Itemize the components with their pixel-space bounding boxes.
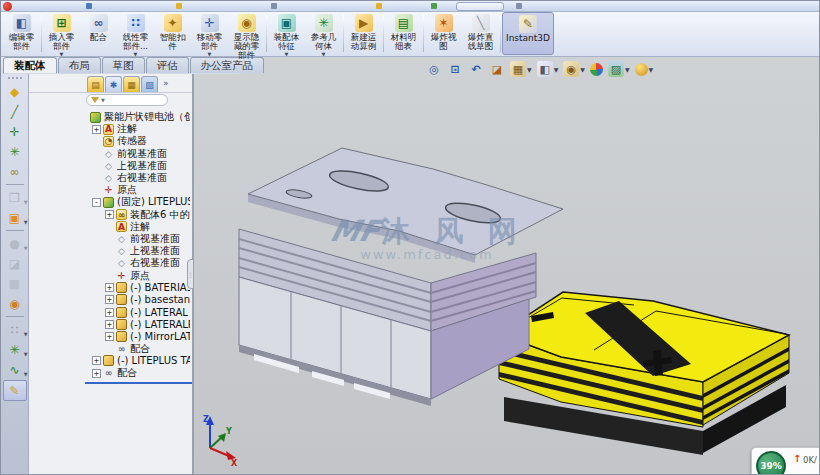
tree-item[interactable]: +(-) LATERALPOSITIVO_Pr <box>29 318 190 330</box>
tab-草图[interactable]: 草图 <box>102 57 145 73</box>
titlebar-icon[interactable] <box>431 3 437 9</box>
mate-button[interactable]: ∞配合 <box>80 12 117 55</box>
tree-expander[interactable]: + <box>92 125 101 134</box>
box-button[interactable]: ■ <box>4 274 26 293</box>
tree-expander[interactable]: + <box>105 210 114 219</box>
propertymanager-tab[interactable]: ✱ <box>105 76 122 92</box>
tree-item[interactable]: +(-) BATERIA3 AGARRADER <box>29 282 190 294</box>
tree-expander[interactable]: + <box>105 308 114 317</box>
edit-appearance-icon[interactable] <box>590 63 603 76</box>
hide-show-items-icon[interactable]: ◉ <box>563 61 579 77</box>
configurationmanager-tab[interactable]: ▦ <box>123 76 140 92</box>
view-settings-icon[interactable] <box>635 63 648 76</box>
tree-item[interactable]: ✛原点 <box>29 269 190 281</box>
toolbar-grip[interactable] <box>8 77 22 79</box>
tree-item[interactable]: ◇右视基准面 <box>29 172 190 184</box>
tree-item[interactable]: ◇前视基准面 <box>29 233 190 245</box>
tree-item[interactable]: +∞配合 <box>29 367 190 379</box>
tree-item[interactable]: +(-) basestandard_Prede <box>29 294 190 306</box>
tree-item[interactable]: +(-) LATERAL DERECHO_Pr <box>29 306 190 318</box>
exploded-view-button[interactable]: ✶爆炸视 图 <box>425 12 462 55</box>
explode-line-sketch-button[interactable]: ╲爆炸直 线草图 <box>462 12 499 55</box>
apply-scene-icon[interactable]: ▨ <box>608 61 624 77</box>
linear-component-pattern-button[interactable]: ∷线性零 部件...▼ <box>117 12 154 55</box>
titlebar-icon[interactable] <box>516 3 522 9</box>
instant3d-button[interactable]: ✎Instant3D <box>502 12 554 55</box>
tab-评估[interactable]: 评估 <box>146 57 189 73</box>
instant3d-button[interactable]: ✎ <box>3 380 27 401</box>
tree-item[interactable]: A注解 <box>29 221 190 233</box>
reference-star-button[interactable]: ✳ <box>4 142 26 161</box>
tree-expander[interactable]: + <box>92 356 101 365</box>
tree-item[interactable]: ◇前视基准面 <box>29 148 190 160</box>
tab-装配体[interactable]: 装配体 <box>3 57 57 73</box>
tree-expander[interactable]: + <box>105 283 114 292</box>
push-boss-button[interactable]: ◪ <box>4 254 26 273</box>
model-yellow-battery[interactable] <box>499 292 789 455</box>
titlebar-icon[interactable] <box>176 3 182 9</box>
graphics-viewport[interactable]: ◎⊡↶◪▦▼◧▼◉▼▨▼▼ <box>194 57 819 474</box>
move-component-button[interactable]: ✛移动零 部件▼ <box>191 12 228 55</box>
bill-of-materials-button[interactable]: ▤材料明 细表 <box>385 12 422 55</box>
progress-badge[interactable]: 39% <box>756 451 786 475</box>
chevron-down-icon: ▼ <box>60 52 64 57</box>
paint-button[interactable]: ◉ <box>4 294 26 313</box>
edit-component-button[interactable]: ◧编辑零 部件 <box>3 12 40 55</box>
part-icon <box>116 307 127 318</box>
panel-splitter-handle[interactable]: ⋮ <box>187 259 194 289</box>
filter-input[interactable]: ▼ <box>86 94 168 106</box>
tree-expander[interactable]: + <box>105 320 114 329</box>
titlebar-button[interactable] <box>456 2 504 11</box>
tab-布局[interactable]: 布局 <box>58 57 101 73</box>
tree-item[interactable]: ◇右视基准面 <box>29 257 190 269</box>
tree-expander[interactable]: - <box>92 198 101 207</box>
tree-item[interactable]: +(-) MirrorLATERAL DERE <box>29 330 190 342</box>
highlight-box-button[interactable]: ▣▼ <box>4 208 26 227</box>
model-canvas[interactable] <box>194 57 820 475</box>
component-part-button[interactable]: ◆ <box>4 82 26 101</box>
tree-item[interactable]: +(-) LITEPLUS TARANIUM BAT <box>29 355 190 367</box>
curve-button[interactable]: ∿▼ <box>4 360 26 379</box>
axes-button[interactable]: ✛ <box>4 122 26 141</box>
sphere-button[interactable]: ●▼ <box>4 234 26 253</box>
zoom-to-fit-icon[interactable]: ◎ <box>426 61 442 77</box>
insert-component-button[interactable]: ⊞插入零 部件▼ <box>43 12 80 55</box>
tree-item[interactable]: ✛原点 <box>29 184 190 196</box>
display-style-icon[interactable]: ◧ <box>537 61 553 77</box>
view-orientation-icon[interactable]: ▦ <box>510 61 526 77</box>
displaymanager-tab[interactable]: ▨ <box>141 76 158 92</box>
tree-item[interactable]: 聚能片状锂电池（创新）设计模 <box>29 111 190 123</box>
tree-item[interactable]: ◔传感器 <box>29 135 190 147</box>
panel-overflow-chevron[interactable]: » <box>163 78 169 88</box>
zoom-to-area-icon[interactable]: ⊡ <box>447 61 463 77</box>
pattern-dots-button[interactable]: ∷▼ <box>4 320 26 339</box>
titlebar-icon[interactable] <box>271 3 277 9</box>
tree-expander[interactable]: + <box>105 295 114 304</box>
layers-button[interactable]: ❐▼ <box>4 188 26 207</box>
tree-item[interactable]: +A注解 <box>29 123 190 135</box>
titlebar-icon[interactable] <box>86 3 92 9</box>
smart-fasteners-button[interactable]: ✦智能扣 件 <box>154 12 191 55</box>
tree-item[interactable]: ◇上视基准面 <box>29 245 190 257</box>
clip-button[interactable]: ∞ <box>4 162 26 181</box>
tree-expander[interactable]: + <box>105 332 114 341</box>
upload-arrow-icon: ↑ <box>793 453 801 464</box>
sketch-line-button[interactable]: ╱ <box>4 102 26 121</box>
tree-end-splitter[interactable] <box>85 382 192 384</box>
tree-expander[interactable]: + <box>92 369 101 378</box>
show-hidden-components-button[interactable]: ◉显示隐 藏的零 部件 <box>228 12 265 55</box>
assembly-features-button[interactable]: ▣装配体 特征▼ <box>268 12 305 55</box>
titlebar-icon[interactable] <box>376 3 382 9</box>
tree-item[interactable]: +∞装配体6 中的配合 <box>29 209 190 221</box>
reference-geometry-button[interactable]: ✳参考几 何体▼ <box>305 12 342 55</box>
tree-item[interactable]: -(固定) LITEPLUS TARANIUM <box>29 196 190 208</box>
tree-item[interactable]: ∞配合 <box>29 343 190 355</box>
featuremanager-tab[interactable]: ▤ <box>87 76 104 92</box>
toolbar-button-label: 配合 <box>90 33 107 42</box>
download-widget[interactable]: 39% ↑ 0K/ <box>751 447 820 475</box>
new-motion-study-button[interactable]: ▶新建运 动算例 <box>345 12 382 55</box>
tree-item[interactable]: ◇上视基准面 <box>29 160 190 172</box>
previous-view-icon[interactable]: ↶ <box>468 61 484 77</box>
section-view-icon[interactable]: ◪ <box>489 61 505 77</box>
reference-geometry-button[interactable]: ✳▼ <box>4 340 26 359</box>
